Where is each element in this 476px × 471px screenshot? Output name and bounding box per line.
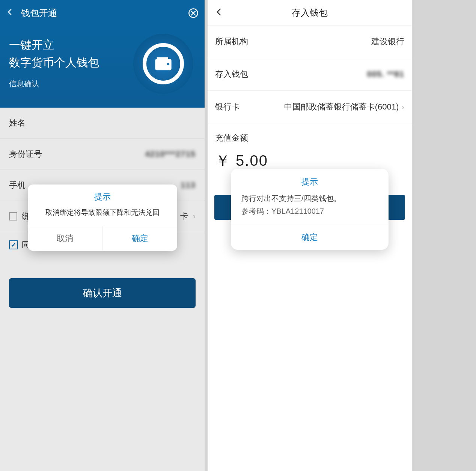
ok-button[interactable]: 确定 — [103, 226, 178, 251]
amount-value[interactable]: ￥ 5.00 — [215, 150, 404, 171]
org-label: 所属机构 — [215, 36, 248, 47]
confirm-open-button[interactable]: 确认开通 — [9, 278, 196, 308]
header: 存入钱包 — [208, 0, 412, 26]
row-org: 所属机构 建设银行 — [208, 26, 412, 58]
header: 钱包开通 — [0, 0, 205, 26]
dialog-message: 跨行对出不支持三/四类钱包。 — [231, 193, 389, 206]
chevron-right-icon: › — [193, 212, 196, 221]
dialog-reference: 参考码：YBLA12110017 — [231, 206, 389, 225]
org-value: 建设银行 — [371, 36, 404, 47]
row-name[interactable]: 姓名 — [0, 108, 205, 139]
card-label: 银行卡 — [215, 101, 240, 112]
dialog-title: 提示 — [28, 184, 177, 208]
phone-deposit: 存入钱包 所属机构 建设银行 存入钱包 005. **81 银行卡 中国邮政储蓄… — [208, 0, 412, 471]
ok-button[interactable]: 确定 — [231, 225, 389, 250]
back-icon[interactable] — [6, 8, 14, 18]
dialog-message: 取消绑定将导致限额下降和无法兑回 — [28, 208, 177, 226]
wallet-label: 存入钱包 — [215, 69, 248, 80]
id-value: 4210***2715 — [145, 149, 196, 159]
card-value: 中国邮政储蓄银行储蓄卡(6001) › — [284, 101, 404, 112]
agree-checkbox[interactable]: ✓ — [9, 240, 18, 249]
wallet-icon — [133, 34, 193, 94]
row-id[interactable]: 身份证号 4210***2715 — [0, 139, 205, 170]
wallet-value: 005. **81 — [367, 69, 404, 79]
chevron-right-icon: › — [402, 103, 404, 111]
id-label: 身份证号 — [9, 148, 42, 160]
amount-label: 充值金额 — [215, 132, 404, 144]
phone-wallet-open: 钱包开通 一键开立 数字货币个人钱包 信息确认 姓名 身份证号 4210***2… — [0, 0, 205, 471]
page-title: 钱包开通 — [21, 7, 188, 19]
cancel-button[interactable]: 取消 — [28, 226, 103, 251]
amount-section: 充值金额 ￥ 5.00 — [208, 123, 412, 176]
phone-value: 113 — [181, 180, 196, 190]
name-label: 姓名 — [9, 117, 26, 129]
hero: 一键开立 数字货币个人钱包 信息确认 — [0, 26, 205, 108]
phone-label: 手机 — [9, 180, 26, 191]
bind-value: 卡 › — [180, 211, 196, 222]
alert-dialog: 提示 取消绑定将导致限额下降和无法兑回 取消 确定 — [28, 184, 177, 251]
row-card[interactable]: 银行卡 中国邮政储蓄银行储蓄卡(6001) › — [208, 91, 412, 123]
row-wallet[interactable]: 存入钱包 005. **81 — [208, 58, 412, 91]
bind-checkbox[interactable] — [9, 212, 17, 220]
alert-dialog: 提示 跨行对出不支持三/四类钱包。 参考码：YBLA12110017 确定 — [231, 169, 389, 250]
dialog-title: 提示 — [231, 169, 389, 193]
back-icon[interactable] — [214, 7, 224, 18]
page-title: 存入钱包 — [224, 7, 395, 19]
help-icon[interactable] — [188, 8, 199, 18]
